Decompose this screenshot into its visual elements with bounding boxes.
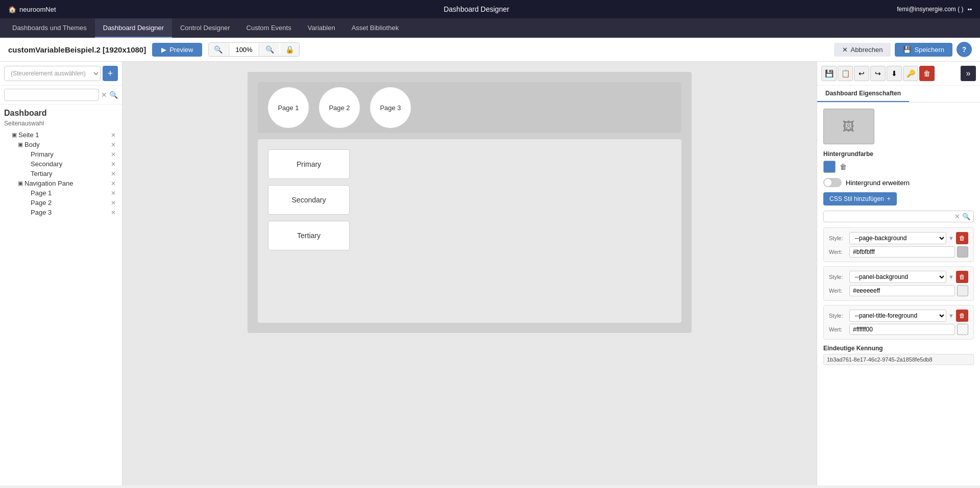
style-dropdown-arrow-3[interactable]: ▼ — [948, 313, 954, 319]
tree-item-tertiary[interactable]: Tertiary ✕ — [4, 169, 118, 178]
style-swatch-3[interactable] — [957, 324, 968, 335]
rp-save-button[interactable]: 💾 — [821, 66, 837, 81]
save-label: Speichern — [914, 46, 944, 54]
page-title: customVariableBeispiel.2 [1920x1080] — [8, 45, 146, 54]
tree-item-page3[interactable]: Page 3 ✕ — [4, 208, 118, 217]
style-select-2[interactable]: --panel-background — [849, 271, 946, 283]
style-dropdown-arrow-2[interactable]: ▼ — [948, 274, 954, 280]
abort-button[interactable]: ✕ Abbrechen — [834, 43, 891, 57]
brand-label: neuroomNet — [19, 6, 56, 13]
canvas-nav-button-tertiary[interactable]: Tertiary — [268, 221, 350, 250]
canvas-nav-button-primary[interactable]: Primary — [268, 149, 350, 179]
tab-custom-events[interactable]: Custom Events — [238, 18, 300, 38]
tree-item-page1[interactable]: Page 1 ✕ — [4, 188, 118, 198]
tab-variablen[interactable]: Variablen — [300, 18, 344, 38]
nav-tabs: Dashboards und Themes Dashboard Designer… — [0, 18, 980, 38]
tree-root-subtitle: Seitenauswahl — [4, 120, 118, 127]
help-button[interactable]: ? — [957, 42, 972, 57]
brand: 🏠 neuroomNet — [8, 6, 56, 13]
save-icon: 💾 — [903, 46, 911, 54]
style-value-input-3[interactable] — [849, 324, 955, 335]
tree-close-page1[interactable]: ✕ — [109, 190, 118, 197]
style-delete-2[interactable]: 🗑 — [956, 271, 968, 283]
rp-expand-button[interactable]: » — [961, 66, 976, 81]
tree-search-input[interactable] — [4, 89, 99, 101]
style-value-input-2[interactable] — [849, 285, 955, 296]
tree-close-body[interactable]: ✕ — [109, 141, 118, 148]
tree-close-primary[interactable]: ✕ — [109, 151, 118, 158]
zoom-out-button[interactable]: 🔍 — [209, 43, 228, 56]
style-value-input-1[interactable] — [849, 246, 955, 258]
x-icon: ✕ — [842, 46, 848, 54]
add-control-button[interactable]: + — [103, 66, 118, 81]
lock-button[interactable]: 🔒 — [280, 43, 299, 56]
canvas-nav-button-secondary[interactable]: Secondary — [268, 185, 350, 215]
tree-item-navigation-pane[interactable]: ▣ Navigation Pane ✕ — [4, 178, 118, 188]
hintergrundfarbe-swatch[interactable] — [823, 161, 836, 173]
css-search-clear-button[interactable]: ✕ — [954, 213, 960, 220]
tab-dashboards-und-themes[interactable]: Dashboards und Themes — [4, 18, 95, 38]
style-row-page-background: Style: --page-background ▼ 🗑 Wert: — [823, 227, 974, 262]
rp-download-button[interactable]: ⬇ — [887, 66, 902, 81]
tree-item-page2[interactable]: Page 2 ✕ — [4, 198, 118, 208]
rp-key-button[interactable]: 🔑 — [903, 66, 918, 81]
control-selector-dropdown[interactable]: (Steuerelement auswählen) — [4, 66, 101, 81]
tree-item-body[interactable]: ▣ Body ✕ — [4, 140, 118, 149]
tab-dashboard-designer[interactable]: Dashboard Designer — [95, 18, 172, 38]
main-layout: (Steuerelement auswählen) + ✕ 🔍 Dashboar… — [0, 62, 980, 485]
rp-delete-button[interactable]: 🗑 — [919, 66, 935, 81]
image-icon: 🖼 — [843, 119, 855, 134]
rp-tab-dashboard-eigenschaften[interactable]: Dashboard Eigenschaften — [817, 86, 909, 102]
style-swatch-2[interactable] — [957, 285, 968, 296]
tab-control-designer[interactable]: Control Designer — [172, 18, 238, 38]
expander-spacer — [22, 210, 31, 216]
rp-copy-button[interactable]: 📋 — [838, 66, 853, 81]
eindeutige-kennung-value: 1b3ad761-8e17-46c2-9745-2a1858fe5db8 — [823, 354, 974, 365]
style-delete-1[interactable]: 🗑 — [956, 232, 968, 244]
hintergrund-erweitern-row: Hintergrund erweitern — [823, 178, 974, 187]
style-select-1[interactable]: --page-background — [849, 232, 946, 244]
css-add-button[interactable]: CSS Stil hinzufügen + — [823, 192, 897, 206]
tree-close-page2[interactable]: ✕ — [109, 199, 118, 207]
hintergrundfarbe-delete-button[interactable]: 🗑 — [840, 163, 847, 171]
topbar: 🏠 neuroomNet Dashboard Designer femi@ins… — [0, 0, 980, 18]
rp-undo-button[interactable]: ↩ — [854, 66, 869, 81]
style-swatch-1[interactable] — [957, 246, 968, 258]
canvas-page-tab-2[interactable]: Page 2 — [319, 87, 360, 128]
tree-search-icon-button[interactable]: 🔍 — [109, 91, 118, 99]
css-search-input[interactable] — [827, 213, 952, 220]
style-delete-3[interactable]: 🗑 — [956, 310, 968, 322]
expander-spacer — [22, 200, 31, 206]
style-label-2: Style: — [829, 274, 847, 280]
play-icon: ▶ — [161, 46, 166, 54]
style-dropdown-arrow-1[interactable]: ▼ — [948, 235, 954, 241]
style-select-3[interactable]: --panel-title-foreground — [849, 310, 946, 322]
tree-close-navigation-pane[interactable]: ✕ — [109, 180, 118, 187]
css-search-icon-button[interactable]: 🔍 — [962, 213, 970, 220]
app-title: Dashboard Designer — [444, 5, 509, 13]
tree-close-secondary[interactable]: ✕ — [109, 161, 118, 168]
tab-asset-bibliothek[interactable]: Asset Bibliothek — [344, 18, 407, 38]
window-controls-icon: ▪▪ — [967, 6, 972, 13]
rp-redo-button[interactable]: ↪ — [870, 66, 886, 81]
expander-icon: ▣ — [10, 132, 18, 138]
tree-item-primary[interactable]: Primary ✕ — [4, 149, 118, 159]
canvas-page-tab-3[interactable]: Page 3 — [370, 87, 411, 128]
canvas-area: Page 1 Page 2 Page 3 Primary Secondary T… — [122, 62, 817, 485]
toolbar: customVariableBeispiel.2 [1920x1080] ▶ P… — [0, 38, 980, 62]
tree-close-tertiary[interactable]: ✕ — [109, 170, 118, 177]
rp-tab-extra[interactable] — [909, 86, 925, 102]
zoom-in-button[interactable]: 🔍 — [260, 43, 279, 56]
tree-close-page3[interactable]: ✕ — [109, 209, 118, 216]
tree-close-seite1[interactable]: ✕ — [109, 132, 118, 139]
style-row-panel-title-foreground: Style: --panel-title-foreground ▼ 🗑 Wert… — [823, 305, 974, 340]
save-button[interactable]: 💾 Speichern — [895, 43, 952, 57]
tree-item-secondary[interactable]: Secondary ✕ — [4, 159, 118, 169]
hintergrund-erweitern-toggle[interactable] — [823, 178, 842, 187]
eindeutige-kennung-section: Eindeutige Kennung 1b3ad761-8e17-46c2-97… — [823, 345, 974, 365]
tree-search-clear-button[interactable]: ✕ — [101, 91, 107, 99]
user-label: femi@insynergie.com ( ) — [897, 6, 963, 13]
preview-button[interactable]: ▶ Preview — [152, 43, 202, 57]
canvas-page-tab-1[interactable]: Page 1 — [268, 87, 309, 128]
tree-item-seite1[interactable]: ▣ Seite 1 ✕ — [4, 130, 118, 140]
